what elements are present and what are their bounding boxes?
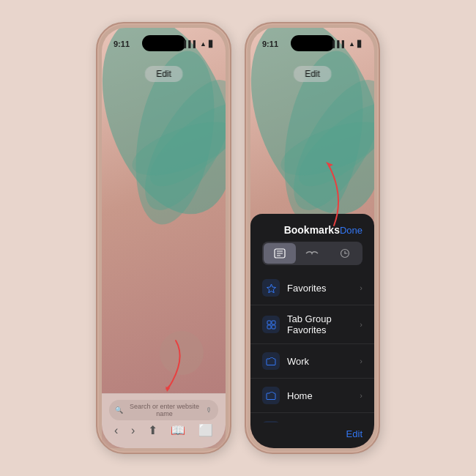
status-icons-right: ▌▌▌ ▲ ▊ xyxy=(332,40,362,48)
arrow-annotation-left xyxy=(146,337,190,398)
wifi-icon: ▲ xyxy=(200,40,207,48)
svg-rect-11 xyxy=(272,321,275,324)
wifi-icon-r: ▲ xyxy=(349,40,355,48)
svg-rect-12 xyxy=(267,325,271,329)
list-item[interactable]: Work › xyxy=(250,344,374,379)
signal-icon: ▌▌▌ xyxy=(184,40,198,48)
tab-bookmarks[interactable] xyxy=(264,243,296,264)
svg-rect-13 xyxy=(272,325,275,329)
work-label: Work xyxy=(287,356,360,367)
home-folder-icon xyxy=(262,387,280,404)
arrow-annotation-right xyxy=(294,138,352,236)
svg-rect-10 xyxy=(267,321,271,324)
status-bar-right: 9:11 ▌▌▌ ▲ ▊ xyxy=(250,28,374,60)
bookmark-list: Favorites › Tab Group Favorites › xyxy=(250,271,374,423)
chevron-icon: › xyxy=(360,357,362,365)
home-label: Home xyxy=(287,390,360,401)
chevron-icon: › xyxy=(360,283,362,292)
phone-left: 9:11 ▌▌▌ ▲ ▊ Edit 🔍 Search or enter webs… xyxy=(96,22,231,454)
chevron-icon: › xyxy=(360,391,362,400)
tab-history[interactable] xyxy=(329,243,361,264)
svg-marker-9 xyxy=(267,284,275,293)
edit-button-left[interactable]: Edit xyxy=(144,66,183,82)
search-bar[interactable]: 🔍 Search or enter website name 🎙 xyxy=(109,400,218,420)
favorites-label: Favorites xyxy=(287,283,360,294)
screen-left: 9:11 ▌▌▌ ▲ ▊ Edit 🔍 Search or enter webs… xyxy=(102,28,226,448)
favorites-icon xyxy=(262,279,280,297)
bookmarks-panel: Bookmarks Done xyxy=(250,214,374,448)
search-icon-small: 🔍 xyxy=(115,406,123,414)
status-icons-left: ▌▌▌ ▲ ▊ xyxy=(184,40,214,48)
status-bar-left: 9:11 ▌▌▌ ▲ ▊ xyxy=(102,28,226,60)
mic-icon: 🎙 xyxy=(206,406,212,414)
share-button[interactable]: ⬆ xyxy=(148,423,157,437)
battery-icon-r: ▊ xyxy=(357,40,362,48)
search-placeholder: Search or enter website name xyxy=(126,403,203,417)
battery-icon: ▊ xyxy=(209,40,214,48)
svg-marker-16 xyxy=(326,162,333,167)
tab-group-icon xyxy=(262,316,280,333)
back-button[interactable]: ‹ xyxy=(114,424,118,437)
status-time-left: 9:11 xyxy=(114,40,130,48)
tab-reading-list[interactable] xyxy=(296,243,328,264)
bottom-bar-left: 🔍 Search or enter website name 🎙 ‹ › ⬆ 📖… xyxy=(102,393,226,448)
tab-segment xyxy=(262,242,362,265)
edit-button-right[interactable]: Edit xyxy=(293,66,332,82)
panel-edit-button[interactable]: Edit xyxy=(346,428,362,439)
bookmarks-button[interactable]: 📖 xyxy=(171,423,185,437)
work-folder-icon xyxy=(262,352,280,370)
list-item[interactable]: Tab Group Favorites › xyxy=(250,305,374,344)
panel-footer: Edit xyxy=(250,423,374,448)
chevron-icon: › xyxy=(360,320,362,329)
list-item[interactable]: Home › xyxy=(250,379,374,413)
signal-icon-r: ▌▌▌ xyxy=(332,40,346,48)
bottom-icons: ‹ › ⬆ 📖 ⬜ xyxy=(102,423,226,437)
list-item[interactable]: Vi › xyxy=(250,413,374,423)
forward-button[interactable]: › xyxy=(131,424,135,437)
status-time-right: 9:11 xyxy=(262,40,278,48)
phone-right: 9:11 ▌▌▌ ▲ ▊ Edit Bookmarks Done xyxy=(245,22,380,454)
tabs-button[interactable]: ⬜ xyxy=(198,423,213,437)
screen-right: 9:11 ▌▌▌ ▲ ▊ Edit Bookmarks Done xyxy=(250,28,374,448)
tab-group-favorites-label: Tab Group Favorites xyxy=(287,313,360,335)
list-item[interactable]: Favorites › xyxy=(250,271,374,305)
